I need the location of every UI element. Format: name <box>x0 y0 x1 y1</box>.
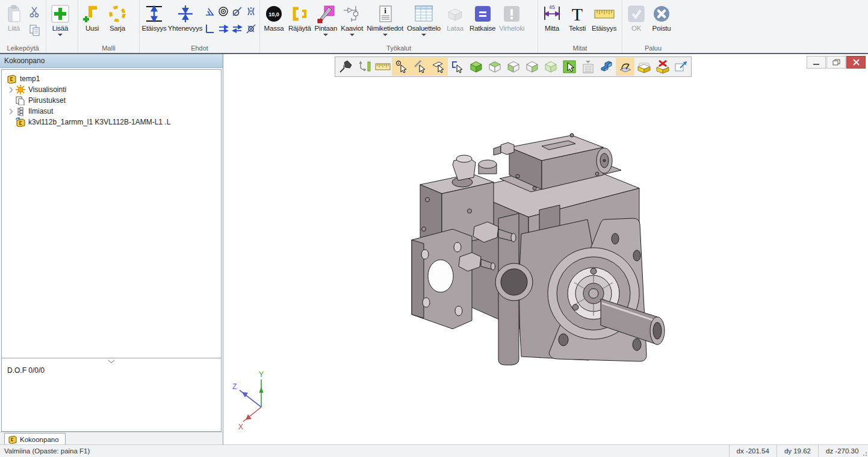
parts-list-button[interactable]: Osaluettelo <box>405 1 442 36</box>
axis-triad: Y Z X <box>230 370 278 430</box>
add-button[interactable]: Lisää <box>48 1 73 36</box>
solve-button[interactable]: Ratkaise <box>468 1 497 32</box>
pick-part-icon[interactable] <box>448 58 467 76</box>
coincident-constraint-icon <box>175 3 196 25</box>
copy-button[interactable] <box>28 23 42 37</box>
tab-assembly[interactable]: Kokoonpano <box>4 433 66 445</box>
status-dy: dy 19.62 <box>777 445 818 457</box>
snap-edge-icon[interactable] <box>411 58 429 76</box>
parallel-constraint-icon <box>218 23 229 34</box>
cube-transparent-icon[interactable] <box>541 58 560 76</box>
concentric-constraint-button[interactable] <box>217 5 230 18</box>
to-surface-button[interactable]: Pintaan <box>313 1 339 36</box>
chevron-right-icon[interactable] <box>7 87 15 93</box>
paste-label: Liitä <box>8 25 20 32</box>
parts-list-icon <box>414 3 434 25</box>
series-button[interactable]: Sarja <box>105 1 130 32</box>
tree-item-visualization[interactable]: Visualisointi <box>2 84 221 95</box>
symmetry-constraint-button[interactable] <box>244 5 258 18</box>
cut-button[interactable] <box>28 5 42 19</box>
delete-box-icon[interactable] <box>653 58 672 76</box>
to-surface-icon <box>316 3 335 25</box>
tree-item-drawings[interactable]: Piirustukset <box>2 95 221 106</box>
ribbon: Liitä Leikepöytä Lisää Uusi <box>0 0 868 54</box>
dimension-button[interactable]: 45 Mitta <box>539 1 565 32</box>
coincident-constraint-button[interactable]: Yhtenevyys <box>167 1 203 32</box>
x-axis-label: X <box>238 423 243 430</box>
text-button[interactable]: T Teksti <box>565 1 590 32</box>
opposite-constraint-icon <box>232 23 243 34</box>
resize-grip[interactable] <box>861 445 868 457</box>
series-icon <box>108 3 127 25</box>
ok-button[interactable]: OK <box>624 1 649 32</box>
close-button[interactable] <box>846 56 866 69</box>
angle-constraint-button[interactable] <box>203 5 216 18</box>
item-data-icon: i <box>376 3 395 25</box>
exit-icon <box>653 3 671 25</box>
tree-item-component[interactable]: k3vl112b_1armm_l1 K3VL112B-1AMM-L1 .L <box>2 117 221 127</box>
schematics-button[interactable]: Kaaviot <box>339 1 365 36</box>
ribbon-group-model: Uusi Sarja Malli <box>78 0 140 53</box>
schematics-icon <box>342 3 362 25</box>
parallel-constraint-button[interactable] <box>217 22 230 35</box>
perpendicular-constraint-icon <box>204 23 215 34</box>
export-view-icon[interactable] <box>672 58 690 76</box>
mass-icon: 10,0 <box>264 3 284 25</box>
copy-icon <box>29 24 41 36</box>
tree-item-root[interactable]: temp1 <box>2 73 221 84</box>
svg-text:i: i <box>384 6 386 15</box>
cube-front-face-icon[interactable] <box>504 58 522 76</box>
ruler-icon[interactable] <box>373 58 392 76</box>
add-icon <box>51 3 70 25</box>
ribbon-group-add: Lisää <box>46 0 78 53</box>
mass-button[interactable]: 10,0 Massa <box>261 1 287 32</box>
add-menu-arrow[interactable] <box>58 34 63 36</box>
explode-button[interactable]: Räjäytä <box>287 1 313 32</box>
status-dx: dx -201.54 <box>729 445 777 457</box>
coordinate-measure-icon[interactable] <box>355 58 373 76</box>
pushpin-icon[interactable] <box>336 58 355 76</box>
exit-button[interactable]: Poistu <box>649 1 674 32</box>
error-log-button[interactable]: Virheloki <box>497 1 526 32</box>
cube-solid-icon[interactable] <box>467 58 485 76</box>
paste-button[interactable]: Liitä <box>1 1 26 32</box>
load-icon <box>445 3 465 25</box>
tree-item-configurations[interactable]: Ilmiasut <box>2 106 221 117</box>
cube-side-face-icon[interactable] <box>522 58 541 76</box>
snap-face-icon[interactable] <box>429 58 448 76</box>
load-button[interactable]: Lataa <box>442 1 468 32</box>
status-bar: Valmiina (Opaste: paina F1) dx -201.54 d… <box>0 444 868 457</box>
new-model-button[interactable]: Uusi <box>79 1 105 32</box>
feature-list-icon[interactable] <box>578 58 597 76</box>
pick-solid-icon[interactable] <box>560 58 578 76</box>
svg-text:45: 45 <box>549 4 555 10</box>
y-axis-label: Y <box>259 370 264 379</box>
distance-constraint-icon <box>144 3 164 25</box>
assembly-tree: temp1 Visualisointi Piirustukset Ilmiasu… <box>1 69 222 358</box>
model-viewport[interactable]: Y Z X <box>224 54 868 445</box>
chevron-right-icon[interactable] <box>7 108 15 115</box>
ribbon-group-return: OK Poistu Paluu <box>622 0 684 53</box>
tangent-constraint-button[interactable] <box>231 5 244 18</box>
no-tangent-constraint-button[interactable] <box>244 22 258 35</box>
new-model-icon <box>82 3 102 25</box>
panel-header: Kokoonpano <box>0 54 223 68</box>
perpendicular-constraint-button[interactable] <box>203 22 216 35</box>
svg-text:T: T <box>572 4 583 23</box>
profile-icon[interactable] <box>597 58 616 76</box>
cut-icon <box>29 6 41 18</box>
pump-3d-model[interactable] <box>397 121 674 385</box>
material-box-icon[interactable] <box>634 58 653 76</box>
item-data-button[interactable]: i Nimiketiedot <box>365 1 405 36</box>
distance-constraint-button[interactable]: Etäisyys <box>141 1 167 32</box>
ribbon-group-clipboard: Liitä Leikepöytä <box>0 0 46 53</box>
collapse-chevron-icon[interactable] <box>108 360 115 364</box>
group-label-clipboard: Leikepöytä <box>0 44 46 52</box>
cube-top-face-icon[interactable] <box>485 58 504 76</box>
minimize-button[interactable] <box>807 56 826 69</box>
sketch-plane-icon[interactable] <box>616 58 634 76</box>
measure-distance-button[interactable]: Etäisyys <box>590 1 618 32</box>
restore-button[interactable] <box>826 56 846 69</box>
opposite-constraint-button[interactable] <box>231 22 244 35</box>
snap-center-icon[interactable] <box>392 58 411 76</box>
